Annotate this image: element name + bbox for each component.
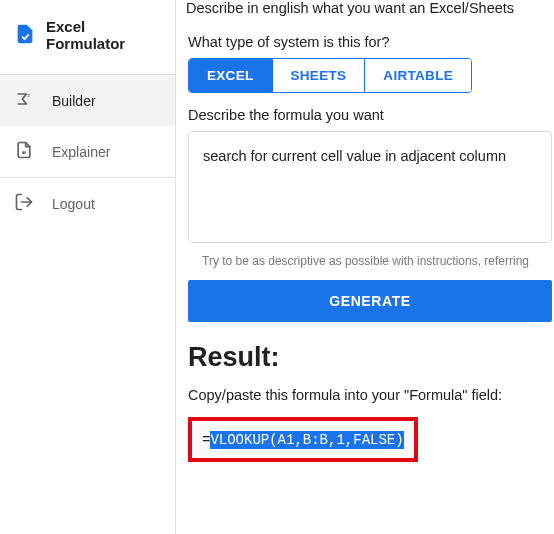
- formula-result-box[interactable]: =VLOOKUP(A1,B:B,1,FALSE): [188, 417, 418, 462]
- system-option-excel[interactable]: EXCEL: [189, 59, 272, 92]
- formula-description-input[interactable]: [188, 131, 552, 243]
- generate-button[interactable]: GENERATE: [188, 280, 552, 322]
- system-section: What type of system is this for? EXCEL S…: [186, 30, 554, 474]
- svg-text:z: z: [27, 92, 30, 98]
- result-instruction: Copy/paste this formula into your "Formu…: [188, 387, 552, 403]
- formula-icon: z: [14, 89, 34, 112]
- svg-text:?: ?: [23, 151, 25, 155]
- brand-title: Excel Formulator: [46, 18, 163, 52]
- result-heading: Result:: [188, 342, 552, 373]
- sidebar-item-explainer[interactable]: ? Explainer: [0, 126, 175, 177]
- sidebar-item-label: Builder: [52, 93, 96, 109]
- logout-icon: [14, 192, 34, 215]
- sidebar: Excel Formulator z Builder ? Explainer: [0, 0, 176, 534]
- sidebar-item-logout[interactable]: Logout: [0, 178, 175, 229]
- description-hint: Try to be as descriptive as possible wit…: [188, 246, 552, 280]
- sidebar-item-label: Explainer: [52, 144, 110, 160]
- system-option-sheets[interactable]: SHEETS: [272, 59, 365, 92]
- brand-icon: [14, 23, 36, 48]
- brand: Excel Formulator: [0, 0, 175, 74]
- system-option-airtable[interactable]: AIRTABLE: [364, 59, 471, 92]
- formula-body: VLOOKUP(A1,B:B,1,FALSE): [210, 431, 403, 449]
- system-label: What type of system is this for?: [188, 34, 552, 50]
- sidebar-item-builder[interactable]: z Builder: [0, 75, 175, 126]
- main-content: Describe in english what you want an Exc…: [176, 0, 554, 534]
- top-helper-text: Describe in english what you want an Exc…: [186, 0, 554, 30]
- sidebar-item-label: Logout: [52, 196, 95, 212]
- document-icon: ?: [14, 140, 34, 163]
- formula-text: =VLOOKUP(A1,B:B,1,FALSE): [202, 431, 404, 449]
- describe-label: Describe the formula you want: [188, 107, 552, 123]
- system-segmented-control: EXCEL SHEETS AIRTABLE: [188, 58, 472, 93]
